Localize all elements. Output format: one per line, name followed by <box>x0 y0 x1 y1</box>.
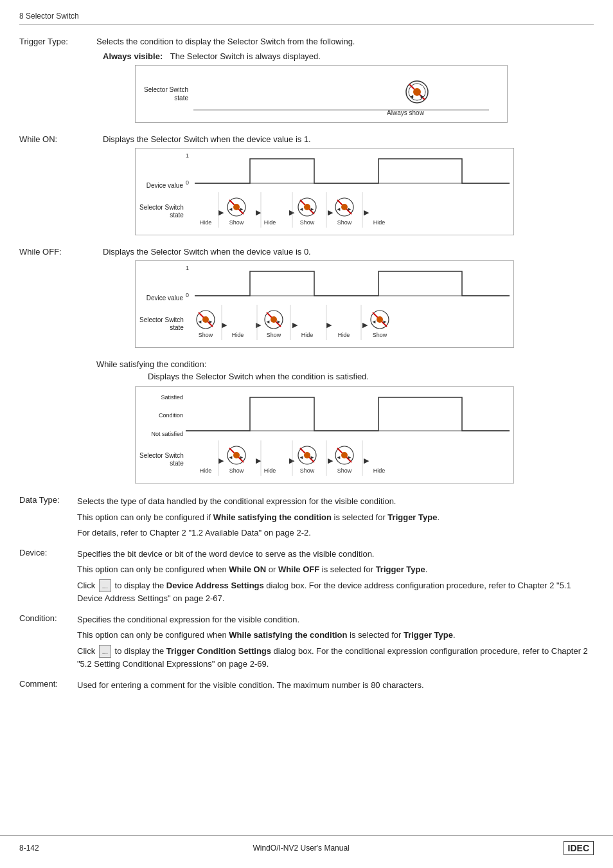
while-off-diagram: Device value 1 0 Selector Switchstate <box>135 260 514 348</box>
svg-text:Hide: Hide <box>264 467 276 474</box>
while-satisfying-diagram: Satisfied Condition Not satisfied Select… <box>135 386 514 484</box>
svg-text:Show: Show <box>229 219 244 226</box>
svg-text:◄: ◄ <box>336 455 341 460</box>
condition-line2: This option can only be configured when … <box>77 629 594 642</box>
condition-line1: Specifies the conditional expression for… <box>77 613 594 626</box>
data-type-line2: This option can only be configured if Wh… <box>77 511 594 524</box>
data-type-label: Data Type: <box>19 495 77 505</box>
svg-text:Show: Show <box>300 467 315 474</box>
always-show-diagram: Selector Switchstate ◄ ► <box>135 65 508 123</box>
trigger-type-row: Trigger Type: Selects the condition to d… <box>19 37 594 46</box>
trigger-type-label: Trigger Type: <box>19 37 96 46</box>
svg-text:Hide: Hide <box>373 467 386 474</box>
device-line1: Specifies the bit device or bit of the w… <box>77 548 594 561</box>
svg-text:Show: Show <box>337 467 352 474</box>
svg-text:►: ► <box>420 93 425 100</box>
svg-text:Show: Show <box>229 467 244 474</box>
while-sat-sel-label: Selector Switchstate <box>139 452 186 467</box>
data-type-content: Selects the type of data handled by the … <box>77 495 594 543</box>
condition-bold3: Trigger Condition Settings <box>166 646 271 656</box>
svg-text:▶: ▶ <box>328 457 333 464</box>
svg-text:▶: ▶ <box>292 321 298 329</box>
while-on-dv-label: Device value <box>139 182 186 190</box>
trigger-type-description: Selects the condition to display the Sel… <box>96 37 355 46</box>
while-on-diagram: Device value 1 0 Selector Switchstate <box>135 148 514 235</box>
svg-text:▶: ▶ <box>218 457 224 464</box>
svg-text:◄: ◄ <box>409 93 414 100</box>
footer-manual-title: WindO/I-NV2 User's Manual <box>253 844 349 853</box>
svg-text:▶: ▶ <box>364 208 369 216</box>
svg-text:◄: ◄ <box>228 206 233 212</box>
svg-text:▶: ▶ <box>362 321 368 329</box>
svg-text:▶: ▶ <box>328 208 333 216</box>
svg-text:1: 1 <box>186 265 189 271</box>
page-container: 8 Selector Switch Trigger Type: Selects … <box>0 0 613 868</box>
page-header: 8 Selector Switch <box>19 12 594 25</box>
svg-text:▶: ▶ <box>256 208 262 216</box>
svg-text:►: ► <box>239 206 244 212</box>
header-title: 8 Selector Switch <box>19 12 79 21</box>
while-on-label: While ON: <box>19 134 103 144</box>
svg-text:▶: ▶ <box>256 321 262 329</box>
while-off-label: While OFF: <box>19 247 103 257</box>
comment-description: Used for entering a comment for the visi… <box>77 679 594 692</box>
condition-bold2: Trigger Type <box>404 630 453 640</box>
svg-text:Hide: Hide <box>232 332 244 338</box>
while-on-waveform: 1 0 <box>186 152 510 188</box>
condition-bold1: While satisfying the condition <box>229 630 347 640</box>
always-visible-label: Always visible: <box>103 51 163 61</box>
svg-text:Always show: Always show <box>387 109 425 116</box>
device-bold3: Trigger Type <box>376 565 425 574</box>
while-off-dv-label: Device value <box>139 294 186 302</box>
svg-text:Show: Show <box>199 332 213 338</box>
condition-axis-label: Satisfied Condition Not satisfied <box>139 394 186 438</box>
svg-text:▶: ▶ <box>289 208 295 216</box>
while-satisfying-waveform <box>186 391 510 436</box>
svg-text:◄: ◄ <box>299 206 304 212</box>
svg-text:►: ► <box>208 319 213 325</box>
condition-content: Specifies the conditional expression for… <box>77 613 594 674</box>
condition-label: Condition: <box>19 613 77 623</box>
svg-text:▶: ▶ <box>218 208 224 216</box>
page-footer: 8-142 WindO/I-NV2 User's Manual IDEC <box>0 835 613 855</box>
always-show-row-label: Selector Switchstate <box>142 86 193 102</box>
while-sat-icons: Hide ▶ ◄ ► Show ▶ Hide ▶ <box>186 440 510 479</box>
svg-text:►: ► <box>382 319 387 325</box>
while-satisfying-sublabel: Displays the Selector Switch when the co… <box>148 372 594 381</box>
svg-text:Show: Show <box>373 332 387 338</box>
svg-text:Show: Show <box>337 219 352 226</box>
always-visible-row: Always visible: The Selector Switch is a… <box>103 51 594 61</box>
data-type-bold2: Trigger Type <box>387 512 437 522</box>
condition-btn[interactable]: ... <box>99 645 111 658</box>
device-line3: Click ... to display the Device Address … <box>77 579 594 605</box>
svg-text:►: ► <box>347 455 352 460</box>
svg-text:◄: ◄ <box>336 206 341 212</box>
device-label: Device: <box>19 548 77 557</box>
svg-text:◄: ◄ <box>371 319 377 325</box>
svg-text:►: ► <box>310 206 315 212</box>
while-on-sel-label: Selector Switchstate <box>139 204 186 219</box>
comment-content: Used for entering a comment for the visi… <box>77 679 594 695</box>
svg-text:0: 0 <box>186 179 189 186</box>
svg-text:◄: ◄ <box>265 319 271 325</box>
while-off-row: While OFF: Displays the Selector Switch … <box>19 247 594 257</box>
always-show-svg: ◄ ► Always show <box>193 71 501 116</box>
svg-text:Hide: Hide <box>264 219 276 226</box>
svg-text:Hide: Hide <box>301 332 314 338</box>
svg-text:▶: ▶ <box>326 321 332 329</box>
svg-text:1: 1 <box>186 152 189 159</box>
svg-text:▶: ▶ <box>289 457 295 464</box>
svg-text:▶: ▶ <box>222 321 227 329</box>
while-on-row: While ON: Displays the Selector Switch w… <box>19 134 594 144</box>
comment-label: Comment: <box>19 679 77 689</box>
device-bold2: While OFF <box>278 565 319 574</box>
always-visible-desc: The Selector Switch is always displayed. <box>170 51 321 61</box>
svg-text:►: ► <box>347 206 352 212</box>
device-btn[interactable]: ... <box>99 579 111 593</box>
svg-text:◄: ◄ <box>197 319 202 325</box>
while-satisfying-label: While satisfying the condition: <box>96 359 594 369</box>
svg-text:Hide: Hide <box>200 219 212 226</box>
svg-text:Hide: Hide <box>338 332 350 338</box>
data-type-row: Data Type: Selects the type of data hand… <box>19 495 594 543</box>
device-line2: This option can only be configured when … <box>77 563 594 576</box>
